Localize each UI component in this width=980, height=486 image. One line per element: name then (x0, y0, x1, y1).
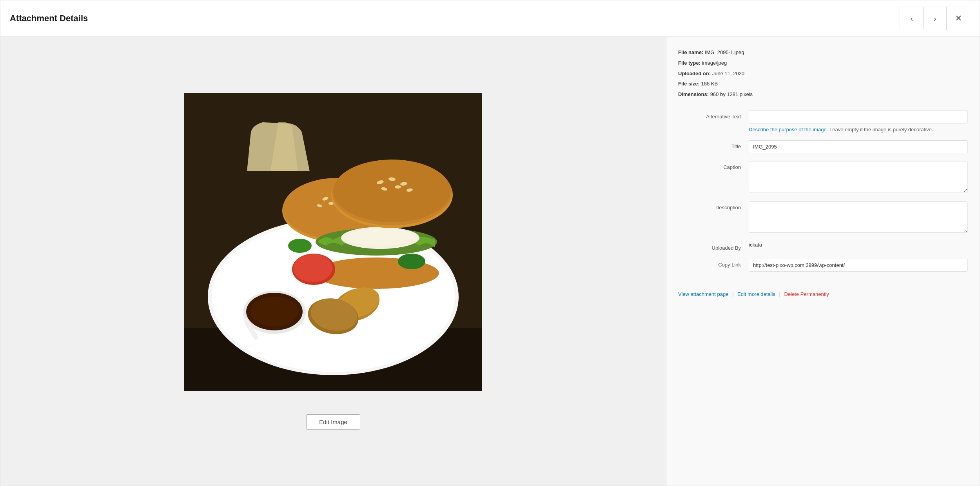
image-wrapper: Edit Image (184, 93, 482, 430)
file-name-row: File name: IMG_2095-1.jpeg (678, 49, 968, 57)
caption-textarea[interactable] (749, 161, 968, 192)
file-size-label: File size: (678, 81, 700, 87)
edit-more-details-link[interactable]: Edit more details (737, 291, 775, 297)
svg-point-36 (288, 239, 312, 253)
description-group: Description (678, 201, 968, 234)
attachment-image (184, 93, 482, 391)
footer-links: View attachment page | Edit more details… (678, 283, 968, 297)
svg-point-19 (347, 228, 414, 246)
svg-point-35 (398, 254, 425, 269)
alt-text-hint-link[interactable]: Describe the purpose of the image (749, 127, 827, 132)
uploaded-on-label: Uploaded on: (678, 71, 711, 76)
details-panel: File name: IMG_2095-1.jpeg File type: im… (666, 37, 980, 486)
description-label: Description (678, 201, 749, 210)
next-button[interactable]: › (923, 7, 947, 30)
prev-button[interactable]: ‹ (900, 7, 923, 30)
description-control (749, 201, 968, 234)
dimensions-label: Dimensions: (678, 91, 709, 97)
alt-text-hint-rest: . Leave empty if the image is purely dec… (827, 127, 933, 132)
svg-point-27 (395, 185, 401, 189)
uploaded-on-row: Uploaded on: June 11, 2020 (678, 70, 968, 78)
dimensions-row: Dimensions: 960 by 1281 pixels (678, 91, 968, 99)
file-name-label: File name: (678, 49, 703, 55)
close-button[interactable]: ✕ (947, 7, 970, 30)
file-type-label: File type: (678, 60, 701, 66)
delete-permanently-link[interactable]: Delete Permanently (784, 291, 829, 297)
separator-1: | (732, 291, 733, 297)
svg-point-6 (251, 297, 298, 326)
file-type-value: image/jpeg (702, 60, 727, 66)
title-input[interactable] (749, 140, 968, 153)
dimensions-value: 960 by 1281 pixels (710, 91, 753, 97)
copy-link-control (749, 259, 968, 272)
uploaded-by-label: Uploaded By (678, 242, 749, 251)
caption-group: Caption (678, 161, 968, 194)
uploaded-by-control: ickata (749, 242, 968, 248)
edit-image-button[interactable]: Edit Image (306, 414, 360, 430)
copy-link-group: Copy Link (678, 259, 968, 272)
header-navigation: ‹ › ✕ (900, 7, 970, 30)
food-image-svg (184, 93, 482, 391)
attachment-details-modal: Attachment Details ‹ › ✕ (0, 0, 980, 486)
description-textarea[interactable] (749, 201, 968, 233)
caption-label: Caption (678, 161, 749, 170)
alt-text-group: Alternative Text Describe the purpose of… (678, 111, 968, 132)
uploaded-by-value: ickata (749, 239, 762, 248)
title-control (749, 140, 968, 153)
file-type-row: File type: image/jpeg (678, 59, 968, 67)
image-panel: Edit Image (0, 37, 666, 486)
title-label: Title (678, 140, 749, 149)
file-info-section: File name: IMG_2095-1.jpeg File type: im… (678, 49, 968, 99)
caption-control (749, 161, 968, 194)
view-attachment-link[interactable]: View attachment page (678, 291, 728, 297)
svg-point-22 (333, 160, 451, 222)
alt-text-input[interactable] (749, 111, 968, 123)
alt-text-control: Describe the purpose of the image. Leave… (749, 111, 968, 132)
file-name-value: IMG_2095-1.jpeg (705, 49, 744, 55)
alt-text-hint: Describe the purpose of the image. Leave… (749, 127, 968, 132)
modal-title: Attachment Details (10, 13, 88, 24)
svg-point-34 (293, 254, 332, 282)
uploaded-by-group: Uploaded By ickata (678, 242, 968, 251)
title-group: Title (678, 140, 968, 153)
copy-link-label: Copy Link (678, 259, 749, 268)
modal-body: Edit Image File name: IMG_2095-1.jpeg Fi… (0, 37, 980, 486)
copy-link-input[interactable] (749, 259, 968, 272)
file-size-value: 188 KB (701, 81, 718, 87)
alt-text-label: Alternative Text (678, 111, 749, 120)
uploaded-on-value: June 11, 2020 (712, 71, 744, 76)
separator-2: | (779, 291, 780, 297)
modal-header: Attachment Details ‹ › ✕ (0, 0, 980, 37)
file-size-row: File size: 188 KB (678, 80, 968, 88)
